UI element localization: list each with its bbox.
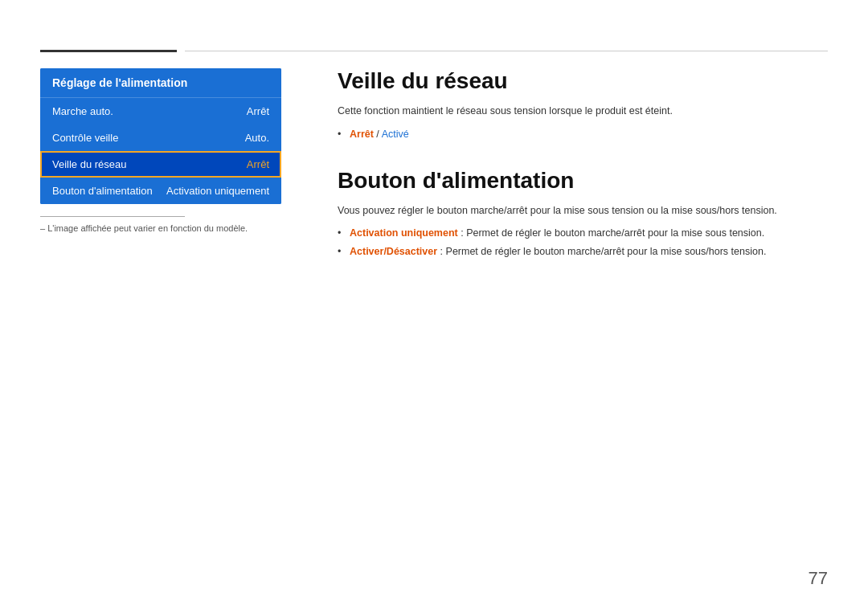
section-bouton-alimentation: Bouton d'alimentation Vous pouvez régler… xyxy=(338,168,828,261)
section2-bullet-item-1: Activation uniquement : Permet de régler… xyxy=(338,224,828,243)
menu-item-label-bouton-alimentation: Bouton d'alimentation xyxy=(52,185,153,197)
section2-bullet2-rest: : Permet de régler le bouton marche/arrê… xyxy=(440,246,767,257)
section1-active-text: Activé xyxy=(382,129,409,140)
section1-bullet-list: Arrêt / Activé xyxy=(338,125,828,144)
panel-note: – L'image affichée peut varier en foncti… xyxy=(40,223,281,233)
menu-item-value-controle-veille: Auto. xyxy=(245,132,269,144)
left-panel: Réglage de l'alimentation Marche auto. A… xyxy=(40,68,281,233)
panel-note-divider xyxy=(40,216,185,217)
menu-item-value-marche-auto: Arrêt xyxy=(247,105,269,117)
section-veille-reseau: Veille du réseau Cette fonction maintien… xyxy=(338,68,828,144)
menu-box: Réglage de l'alimentation Marche auto. A… xyxy=(40,68,281,204)
section2-description: Vous pouvez régler le bouton marche/arrê… xyxy=(338,203,828,219)
menu-item-marche-auto[interactable]: Marche auto. Arrêt xyxy=(40,98,281,125)
menu-item-label-controle-veille: Contrôle veille xyxy=(52,132,118,144)
right-content: Veille du réseau Cette fonction maintien… xyxy=(338,68,828,285)
top-lines xyxy=(40,50,828,52)
section2-bullet-item-2: Activer/Désactiver : Permet de régler le… xyxy=(338,243,828,261)
section1-arret-text: Arrêt xyxy=(350,129,374,140)
menu-item-veille-reseau[interactable]: Veille du réseau Arrêt xyxy=(40,151,281,178)
top-line-dark xyxy=(40,50,177,52)
section2-title: Bouton d'alimentation xyxy=(338,168,828,194)
menu-item-label-marche-auto: Marche auto. xyxy=(52,105,113,117)
menu-item-label-veille-reseau: Veille du réseau xyxy=(52,158,127,170)
section2-activer-desactiver-text: Activer/Désactiver xyxy=(350,246,437,257)
section2-bullet-list: Activation uniquement : Permet de régler… xyxy=(338,224,828,261)
section2-activation-uniquement-text: Activation uniquement xyxy=(350,227,458,239)
section1-bullet-item-1: Arrêt / Activé xyxy=(338,125,828,144)
page-number: 77 xyxy=(809,568,828,589)
menu-title: Réglage de l'alimentation xyxy=(40,68,281,98)
top-line-light xyxy=(185,51,828,51)
section1-title: Veille du réseau xyxy=(338,68,828,94)
menu-item-value-veille-reseau: Arrêt xyxy=(247,158,269,170)
menu-item-controle-veille[interactable]: Contrôle veille Auto. xyxy=(40,125,281,151)
menu-item-value-bouton-alimentation: Activation uniquement xyxy=(166,185,269,197)
menu-item-bouton-alimentation[interactable]: Bouton d'alimentation Activation uniquem… xyxy=(40,178,281,204)
section1-description: Cette fonction maintient le réseau sous … xyxy=(338,104,828,119)
section2-bullet1-rest: : Permet de régler le bouton marche/arrê… xyxy=(461,227,764,239)
